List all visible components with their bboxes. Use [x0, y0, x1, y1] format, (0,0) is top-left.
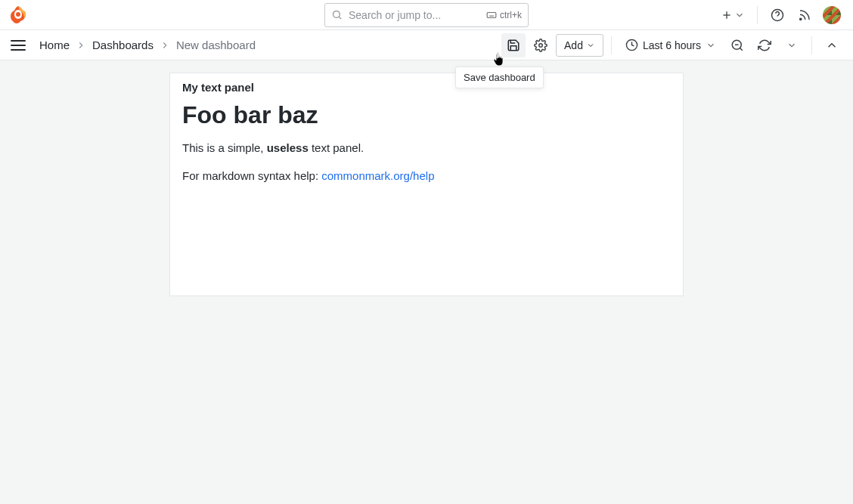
- panel-paragraph-1: This is a simple, useless text panel.: [182, 140, 671, 157]
- separator: [811, 36, 812, 54]
- global-search[interactable]: Search or jump to... ctrl+k: [324, 3, 529, 27]
- breadcrumb-dashboards[interactable]: Dashboards: [92, 39, 154, 51]
- time-range-label: Last 6 hours: [643, 39, 701, 51]
- time-range-picker[interactable]: Last 6 hours: [619, 33, 722, 57]
- breadcrumb-current: New dashboard: [176, 39, 256, 51]
- keyboard-icon: [486, 10, 497, 20]
- svg-rect-2: [487, 12, 496, 17]
- plus-icon: [721, 9, 733, 21]
- text-panel[interactable]: My text panel Foo bar baz This is a simp…: [169, 73, 684, 296]
- chevron-down-icon: [706, 40, 716, 51]
- dashboard-canvas: My text panel Foo bar baz This is a simp…: [0, 60, 853, 308]
- separator: [611, 36, 612, 54]
- news-button[interactable]: [793, 3, 817, 27]
- cursor-icon: [493, 51, 505, 66]
- chevron-down-icon: [734, 10, 745, 20]
- panel-paragraph-2: For markdown syntax help: commonmark.org…: [182, 168, 671, 185]
- panel-title: My text panel: [182, 81, 671, 94]
- new-menu-button[interactable]: [716, 3, 749, 27]
- markdown-help-link[interactable]: commonmark.org/help: [321, 169, 434, 182]
- zoom-out-icon: [730, 39, 744, 52]
- chevron-right-icon: [160, 40, 170, 51]
- breadcrumb-home[interactable]: Home: [39, 39, 70, 51]
- separator: [757, 6, 758, 24]
- search-shortcut: ctrl+k: [486, 10, 522, 20]
- svg-point-0: [333, 11, 340, 18]
- zoom-out-button[interactable]: [725, 33, 749, 57]
- refresh-interval-button[interactable]: [780, 33, 804, 57]
- grafana-logo[interactable]: [9, 6, 27, 24]
- refresh-icon: [758, 39, 771, 52]
- help-icon: [771, 8, 784, 22]
- toggle-top-bar-button[interactable]: [820, 33, 844, 57]
- chevron-up-icon: [825, 39, 839, 52]
- clock-icon: [625, 39, 638, 51]
- search-placeholder: Search or jump to...: [349, 9, 480, 21]
- profile-button[interactable]: [820, 3, 844, 27]
- panel-heading: Foo bar baz: [182, 101, 671, 129]
- gear-icon: [534, 39, 547, 52]
- dashboard-navbar: Home Dashboards New dashboard Add: [0, 30, 853, 60]
- global-topbar: Search or jump to... ctrl+k: [0, 0, 853, 30]
- save-icon: [507, 39, 520, 52]
- save-tooltip: Save dashboard: [455, 66, 544, 88]
- svg-line-16: [740, 48, 742, 50]
- search-icon: [331, 9, 343, 20]
- chevron-down-icon: [586, 41, 595, 50]
- breadcrumb: Home Dashboards New dashboard: [39, 39, 256, 51]
- svg-line-1: [339, 17, 341, 19]
- dashboard-settings-button[interactable]: [529, 33, 553, 57]
- add-button-label: Add: [564, 39, 583, 51]
- menu-toggle-button[interactable]: [9, 36, 27, 54]
- avatar: [823, 6, 841, 24]
- help-button[interactable]: [765, 3, 789, 27]
- rss-icon: [798, 8, 811, 22]
- refresh-button[interactable]: [752, 33, 777, 57]
- svg-point-13: [539, 43, 543, 47]
- add-panel-button[interactable]: Add: [556, 34, 603, 57]
- chevron-down-icon: [786, 40, 797, 51]
- chevron-right-icon: [76, 40, 86, 51]
- svg-point-12: [800, 18, 802, 20]
